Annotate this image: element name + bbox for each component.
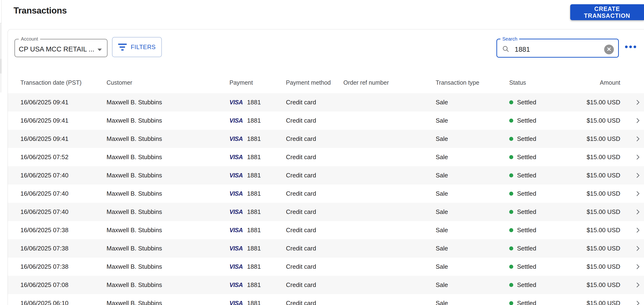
transaction-type: Sale [436, 117, 509, 124]
row-chevron[interactable] [635, 137, 644, 141]
visa-logo: VISA [230, 300, 243, 305]
status-cell: Settled [509, 263, 565, 270]
status-label: Settled [517, 117, 536, 124]
transactions-card: Account CP USA MCC RETAIL ... FILTERS Se… [8, 29, 644, 305]
row-chevron[interactable] [635, 101, 644, 104]
visa-logo: VISA [230, 99, 243, 106]
filter-bar: Account CP USA MCC RETAIL ... FILTERS Se… [8, 29, 644, 58]
payment-cell: VISA1881 [230, 300, 286, 305]
table-row[interactable]: 16/06/2025 07:40Maxwell B. StubbinsVISA1… [8, 166, 644, 185]
chevron-right-icon [634, 301, 640, 305]
table-row[interactable]: 16/06/2025 09:41Maxwell B. StubbinsVISA1… [8, 130, 644, 148]
transaction-type: Sale [436, 208, 509, 216]
payment-method: Credit card [286, 263, 343, 270]
search-label: Search [500, 36, 519, 42]
column-header: Transaction type [436, 79, 509, 86]
table-row[interactable]: 16/06/2025 06:10Maxwell B. StubbinsVISA1… [8, 294, 644, 305]
column-header: Amount [600, 79, 620, 86]
table-row[interactable]: 16/06/2025 07:40Maxwell B. StubbinsVISA1… [8, 203, 644, 221]
chevron-right-icon [634, 209, 640, 214]
amount: $15.00 USD [586, 227, 620, 234]
customer-name: Maxwell B. Stubbins [106, 263, 230, 270]
payment-cell: VISA1881 [230, 227, 286, 234]
payment-method: Credit card [286, 245, 343, 252]
table-row[interactable]: 16/06/2025 07:52Maxwell B. StubbinsVISA1… [8, 148, 644, 166]
column-header: Order ref number [343, 79, 436, 86]
amount: $15.00 USD [586, 99, 620, 106]
table-row[interactable]: 16/06/2025 07:38Maxwell B. StubbinsVISA1… [8, 239, 644, 258]
table-row[interactable]: 16/06/2025 07:38Maxwell B. StubbinsVISA1… [8, 258, 644, 276]
transaction-date: 16/06/2025 09:41 [20, 117, 106, 124]
status-dot-icon [509, 155, 513, 159]
status-dot-icon [509, 210, 513, 214]
transaction-type: Sale [436, 153, 509, 161]
clear-search-button[interactable]: ✕ [604, 44, 614, 54]
filters-button[interactable]: FILTERS [112, 37, 162, 57]
payment-cell: VISA1881 [230, 99, 286, 106]
row-chevron[interactable] [635, 192, 644, 195]
account-label: Account [19, 36, 40, 42]
visa-logo: VISA [230, 172, 243, 179]
column-header: Customer [106, 79, 230, 86]
row-chevron[interactable] [635, 228, 644, 232]
status-dot-icon [509, 301, 513, 305]
card-number: 1881 [247, 135, 261, 142]
payment-cell: VISA1881 [230, 153, 286, 161]
card-number: 1881 [247, 117, 261, 124]
customer-name: Maxwell B. Stubbins [106, 153, 230, 161]
status-dot-icon [509, 265, 513, 269]
transaction-type: Sale [436, 227, 509, 234]
row-chevron[interactable] [635, 247, 644, 250]
visa-logo: VISA [230, 135, 243, 142]
transaction-type: Sale [436, 190, 509, 197]
payment-cell: VISA1881 [230, 281, 286, 289]
status-dot-icon [509, 228, 513, 232]
column-header: Status [509, 79, 565, 86]
payment-method: Credit card [286, 208, 343, 216]
card-number: 1881 [247, 99, 261, 106]
transaction-date: 16/06/2025 07:38 [20, 263, 106, 270]
row-chevron[interactable] [635, 119, 644, 122]
more-options-button[interactable] [624, 36, 636, 57]
amount: $15.00 USD [586, 281, 620, 289]
status-label: Settled [517, 208, 536, 216]
transaction-date: 16/06/2025 07:40 [20, 172, 106, 179]
chevron-right-icon [634, 155, 640, 160]
row-chevron[interactable] [635, 210, 644, 214]
row-chevron[interactable] [635, 283, 644, 287]
row-chevron[interactable] [635, 155, 644, 159]
transaction-date: 16/06/2025 09:41 [20, 99, 106, 106]
visa-logo: VISA [230, 245, 243, 252]
row-chevron[interactable] [635, 265, 644, 269]
status-cell: Settled [509, 99, 565, 106]
search-input[interactable] [515, 45, 604, 53]
payment-cell: VISA1881 [230, 245, 286, 252]
transaction-date: 16/06/2025 07:08 [20, 281, 106, 289]
status-dot-icon [509, 246, 513, 251]
status-cell: Settled [509, 300, 565, 305]
payment-cell: VISA1881 [230, 263, 286, 270]
row-chevron[interactable] [635, 302, 644, 305]
page-title: Transactions [14, 6, 67, 16]
table-row[interactable]: 16/06/2025 09:41Maxwell B. StubbinsVISA1… [8, 111, 644, 130]
card-number: 1881 [247, 263, 261, 270]
account-select[interactable]: Account CP USA MCC RETAIL ... [14, 36, 108, 57]
customer-name: Maxwell B. Stubbins [106, 99, 230, 106]
table-row[interactable]: 16/06/2025 07:38Maxwell B. StubbinsVISA1… [8, 221, 644, 239]
table-row[interactable]: 16/06/2025 09:41Maxwell B. StubbinsVISA1… [8, 93, 644, 111]
status-label: Settled [517, 99, 536, 106]
customer-name: Maxwell B. Stubbins [106, 190, 230, 197]
transaction-type: Sale [436, 172, 509, 179]
status-label: Settled [517, 245, 536, 252]
transaction-type: Sale [436, 281, 509, 289]
table-row[interactable]: 16/06/2025 07:40Maxwell B. StubbinsVISA1… [8, 185, 644, 203]
status-label: Settled [517, 172, 536, 179]
create-transaction-button[interactable]: CREATE TRANSACTION [570, 4, 644, 20]
status-label: Settled [517, 263, 536, 270]
row-chevron[interactable] [635, 174, 644, 177]
visa-logo: VISA [230, 282, 243, 288]
amount: $15.00 USD [586, 245, 620, 252]
amount: $15.00 USD [586, 300, 620, 305]
table-row[interactable]: 16/06/2025 07:08Maxwell B. StubbinsVISA1… [8, 276, 644, 294]
account-value: CP USA MCC RETAIL ... [15, 45, 94, 53]
